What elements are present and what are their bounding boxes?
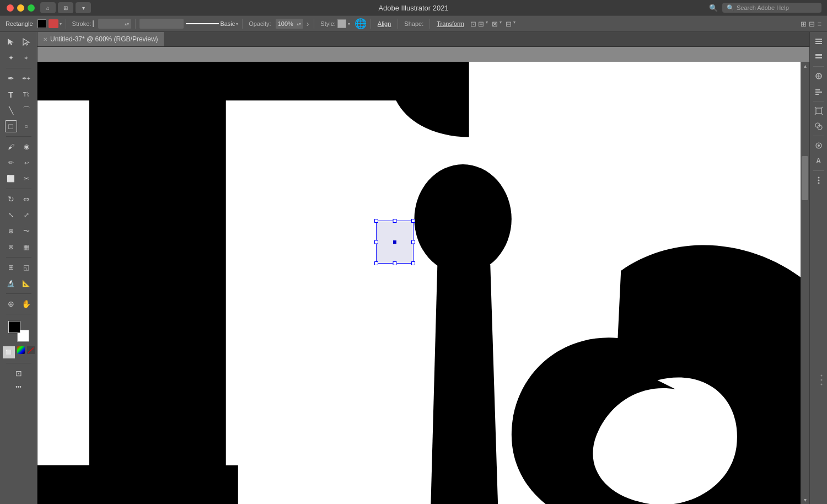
transform-icon4[interactable]: ⊟ — [506, 20, 512, 28]
libraries-panel-btn[interactable] — [812, 69, 826, 83]
mesh-tool[interactable]: ⊞ — [3, 260, 19, 275]
transform-button[interactable]: Transform — [434, 19, 467, 28]
measure-tool[interactable]: 📐 — [19, 276, 34, 291]
rotate-tool[interactable]: ↻ — [3, 191, 19, 207]
transform-icon3[interactable]: ⊠ — [492, 20, 498, 28]
panel-resize-handle[interactable] — [817, 370, 826, 394]
transform-icon2[interactable]: ⊞ — [478, 20, 484, 28]
search-placeholder: Search Adobe Help — [737, 4, 789, 11]
transform-arrow3[interactable]: ▾ — [513, 20, 515, 28]
fill-swatch[interactable] — [37, 19, 46, 28]
arc-tool[interactable]: ⌒ — [19, 103, 34, 118]
discover-icon[interactable]: 🔍 — [709, 4, 718, 12]
add-anchor-tool[interactable]: ✒+ — [19, 71, 34, 86]
home-button[interactable]: ⌂ — [40, 2, 56, 13]
layers-panel-btn[interactable] — [812, 50, 826, 64]
transform-arrow[interactable]: ▾ — [486, 20, 488, 28]
appearance-panel-btn[interactable] — [812, 138, 826, 153]
hand-tool[interactable]: ✋ — [19, 296, 34, 312]
right-controls: 🔍 🔍 Search Adobe Help — [709, 3, 827, 13]
tool-sep-3 — [6, 189, 31, 189]
transform-arrow2[interactable]: ▾ — [500, 20, 502, 28]
more-tools[interactable]: ••• — [15, 384, 22, 390]
tab-label: Untitled-37* @ 600% (RGB/Preview) — [50, 35, 158, 43]
pathfinder-panel-btn[interactable] — [812, 119, 826, 133]
type-path-tool[interactable]: T⌇ — [19, 87, 34, 102]
scissors-tool[interactable]: ✂ — [19, 171, 34, 186]
right-toolbar-icons: ⊞ ⊟ ≡ — [801, 20, 824, 28]
shear-tool[interactable]: ⤢ — [19, 207, 34, 223]
svg-point-21 — [821, 384, 823, 385]
canvas-viewport[interactable]: ▴ ▾ 600% ▾ ⏮ ◂ 1 — [37, 62, 809, 504]
transform-panel-btn[interactable] — [812, 104, 826, 118]
scale-tool[interactable]: ⤡ — [3, 207, 19, 223]
v-scrollbar[interactable]: ▴ ▾ — [801, 62, 809, 504]
close-button[interactable] — [7, 4, 14, 12]
tool-sep-4 — [6, 257, 31, 258]
document-tab[interactable]: ✕ Untitled-37* @ 600% (RGB/Preview) — [37, 32, 164, 46]
scroll-track-v[interactable] — [802, 71, 808, 495]
properties-panel-btn[interactable] — [812, 34, 826, 49]
column-graph-tool[interactable]: ▦ — [19, 239, 34, 255]
opacity-input[interactable]: 100% ▴▾ — [276, 19, 303, 29]
blend-tool[interactable]: ⊗ — [3, 239, 19, 255]
blob-brush-tool[interactable]: ◉ — [19, 139, 34, 154]
more-panel-btn[interactable] — [812, 173, 826, 187]
stroke-swatch-small[interactable]: ⬜ — [3, 346, 15, 358]
search-box[interactable]: 🔍 Search Adobe Help — [722, 3, 821, 13]
eraser-tool[interactable]: ⬜ — [3, 171, 19, 186]
lasso-tool[interactable]: ⌖ — [19, 50, 34, 66]
stroke-input[interactable]: ▴▾ — [98, 19, 131, 29]
type-tool[interactable]: T — [3, 87, 19, 102]
ellipse-tool[interactable]: ○ — [19, 119, 34, 134]
align-panel-btn[interactable] — [812, 84, 826, 99]
direct-selection-tool[interactable] — [19, 34, 34, 50]
selection-tool[interactable] — [3, 34, 19, 50]
pencil-tool[interactable]: ✏ — [3, 155, 19, 170]
svg-rect-6 — [815, 57, 822, 58]
warp-tool[interactable]: 〜 — [19, 223, 34, 239]
divider-3 — [242, 19, 243, 29]
magic-wand-tool[interactable]: ✦ — [3, 50, 19, 66]
style-swatch[interactable] — [337, 19, 346, 28]
tool-name: Rectangle — [3, 19, 35, 28]
globe-icon[interactable]: 🌐 — [355, 18, 367, 30]
gradient-swatch[interactable] — [17, 346, 25, 354]
tab-close-icon[interactable]: ✕ — [43, 36, 47, 42]
workspace-dropdown[interactable]: ▾ — [76, 2, 91, 13]
tool-row-2: ✦ ⌖ — [0, 50, 37, 66]
width-tool[interactable]: ⊕ — [3, 223, 19, 239]
window-controls: ⌂ ⊞ ▾ — [40, 2, 91, 13]
workspace-button[interactable]: ⊞ — [58, 2, 73, 13]
tool-row-7: 🖌 ◉ — [0, 139, 37, 154]
transform-icon1[interactable]: ⊡ — [470, 20, 476, 28]
maximize-button[interactable] — [28, 4, 35, 12]
transform-icons: ⊡ ⊞ ▾ ⊠ ▾ ⊟ ▾ — [470, 20, 515, 28]
scroll-down-btn[interactable]: ▾ — [801, 496, 809, 504]
rect-tool[interactable]: □ — [5, 120, 17, 132]
layout-icon[interactable]: ⊟ — [809, 20, 815, 28]
line-tool[interactable]: ╲ — [3, 103, 19, 118]
style-name: Basic — [220, 20, 235, 27]
scroll-up-btn[interactable]: ▴ — [801, 62, 809, 70]
more-icon[interactable]: ≡ — [817, 20, 821, 28]
foreground-swatch[interactable] — [8, 321, 20, 333]
paintbrush-tool[interactable]: 🖌 — [3, 139, 19, 154]
pen-tool[interactable]: ✒ — [3, 71, 19, 86]
minimize-button[interactable] — [17, 4, 24, 12]
scroll-thumb-v[interactable] — [802, 156, 808, 200]
reflect-tool[interactable]: ⇔ — [19, 191, 34, 207]
char-styles-panel-btn[interactable]: A — [812, 154, 826, 168]
none-swatch[interactable] — [27, 346, 35, 354]
eyedropper-tool[interactable]: 🔬 — [3, 276, 19, 291]
gradient-tool[interactable]: ◱ — [19, 260, 34, 275]
smooth-tool[interactable]: ↩ — [19, 155, 34, 170]
align-button[interactable]: Align — [375, 19, 394, 28]
expand-opacity[interactable]: › — [305, 19, 310, 28]
artboard-tool[interactable]: ⊡ — [11, 366, 26, 381]
fill-dropdown[interactable]: ▾ — [49, 19, 62, 28]
stroke-style-box[interactable] — [139, 19, 184, 29]
svg-point-16 — [818, 177, 819, 179]
zoom-tool[interactable]: ⊕ — [3, 296, 19, 312]
grid-icon[interactable]: ⊞ — [801, 20, 807, 28]
